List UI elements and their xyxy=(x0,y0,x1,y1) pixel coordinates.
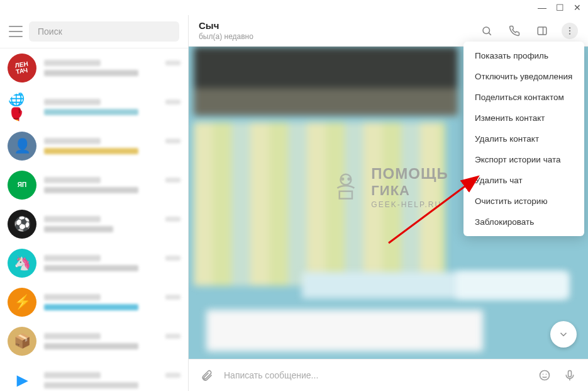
chat-preview xyxy=(44,187,138,193)
svg-rect-13 xyxy=(569,371,572,377)
chat-item[interactable]: ⚽ xyxy=(0,205,188,244)
chat-time xyxy=(165,295,180,300)
menu-icon[interactable] xyxy=(9,26,23,37)
chat-item[interactable]: ЛЕН ТАЧ xyxy=(0,48,188,88)
chat-time xyxy=(165,256,180,261)
chat-name xyxy=(44,372,101,378)
avatar: 🦄 xyxy=(8,249,36,278)
voice-icon[interactable] xyxy=(562,367,578,383)
minimize-button[interactable]: — xyxy=(536,3,548,13)
svg-point-11 xyxy=(543,374,544,375)
media-message[interactable] xyxy=(194,47,458,116)
menu-item[interactable]: Показать профиль xyxy=(463,45,584,66)
chat-item[interactable]: ▶ xyxy=(0,361,188,391)
chat-name xyxy=(44,255,101,261)
message-input[interactable] xyxy=(224,370,528,380)
window-titlebar: — ☐ ✕ xyxy=(0,0,588,15)
chat-preview xyxy=(44,109,138,115)
chat-status: был(а) недавно xyxy=(199,32,253,41)
menu-item[interactable]: Отключить уведомления xyxy=(463,66,584,87)
svg-point-6 xyxy=(569,33,570,34)
scroll-down-button[interactable] xyxy=(550,321,577,348)
menu-item[interactable]: Очистить историю xyxy=(463,191,584,212)
chat-preview xyxy=(44,148,138,154)
chat-name xyxy=(44,60,101,66)
search-input[interactable]: Поиск xyxy=(29,21,179,42)
chat-item[interactable]: ⚡ xyxy=(0,283,188,322)
chat-preview xyxy=(44,343,138,349)
chat-time xyxy=(165,334,180,339)
menu-item[interactable]: Удалить контакт xyxy=(463,128,584,149)
chat-item[interactable]: 📦 xyxy=(0,322,188,361)
chat-preview xyxy=(44,382,138,388)
message-composer xyxy=(189,359,588,391)
svg-point-0 xyxy=(483,27,490,34)
avatar: 🌐🥊 xyxy=(8,93,36,122)
more-icon[interactable] xyxy=(562,23,578,39)
avatar: ЛЕН ТАЧ xyxy=(6,52,38,84)
chat-item[interactable]: 👤 xyxy=(0,127,188,166)
chat-item[interactable]: 🌐🥊 xyxy=(0,88,188,127)
chat-time xyxy=(165,139,180,144)
chat-item[interactable]: ЯП xyxy=(0,166,188,205)
chat-name xyxy=(44,177,101,183)
chat-list[interactable]: ЛЕН ТАЧ🌐🥊👤ЯП⚽🦄⚡📦▶ xyxy=(0,48,188,391)
chat-preview xyxy=(44,70,138,76)
svg-point-4 xyxy=(569,27,570,28)
chat-title: Сыч xyxy=(199,20,253,31)
chat-preview xyxy=(44,304,138,310)
chat-time xyxy=(165,178,180,183)
message-bubble[interactable] xyxy=(206,310,483,351)
menu-item[interactable]: Изменить контакт xyxy=(463,108,584,128)
chat-name xyxy=(44,138,101,144)
maximize-button[interactable]: ☐ xyxy=(554,3,565,13)
avatar: ⚽ xyxy=(8,210,36,239)
svg-point-5 xyxy=(569,30,570,31)
avatar: 👤 xyxy=(8,132,36,161)
attach-icon[interactable] xyxy=(199,367,215,383)
svg-point-10 xyxy=(540,371,550,380)
chat-name xyxy=(44,216,101,222)
menu-item[interactable]: Заблокировать xyxy=(463,212,584,232)
svg-line-1 xyxy=(489,33,491,35)
chat-time xyxy=(165,373,180,378)
menu-item[interactable]: Удалить чат xyxy=(463,170,584,191)
chat-time xyxy=(165,99,180,105)
search-icon[interactable] xyxy=(479,23,495,39)
menu-item[interactable]: Поделиться контактом xyxy=(463,87,584,108)
chat-panel: Сыч был(а) недавно xyxy=(189,15,588,391)
chat-name xyxy=(44,294,101,300)
avatar: ⚡ xyxy=(8,288,36,317)
call-icon[interactable] xyxy=(506,23,523,39)
avatar: 📦 xyxy=(8,327,36,356)
context-menu: Показать профильОтключить уведомленияПод… xyxy=(463,42,584,236)
chat-name xyxy=(44,333,101,339)
menu-item[interactable]: Экспорт истории чата xyxy=(463,149,584,170)
chat-preview xyxy=(44,226,113,232)
emoji-icon[interactable] xyxy=(536,367,553,383)
svg-point-12 xyxy=(546,374,547,375)
chat-time xyxy=(165,60,180,65)
chat-item[interactable]: 🦄 xyxy=(0,244,188,283)
side-panel-icon[interactable] xyxy=(534,23,550,39)
sidebar: Поиск ЛЕН ТАЧ🌐🥊👤ЯП⚽🦄⚡📦▶ xyxy=(0,15,189,391)
chat-time xyxy=(165,217,180,222)
media-message[interactable] xyxy=(194,122,445,286)
svg-rect-2 xyxy=(538,27,546,35)
close-button[interactable]: ✕ xyxy=(572,3,583,13)
chat-preview xyxy=(44,265,138,271)
message-bubble[interactable] xyxy=(456,272,569,298)
avatar: ЯП xyxy=(8,171,36,200)
avatar: ▶ xyxy=(8,366,36,391)
chat-name xyxy=(44,99,101,105)
